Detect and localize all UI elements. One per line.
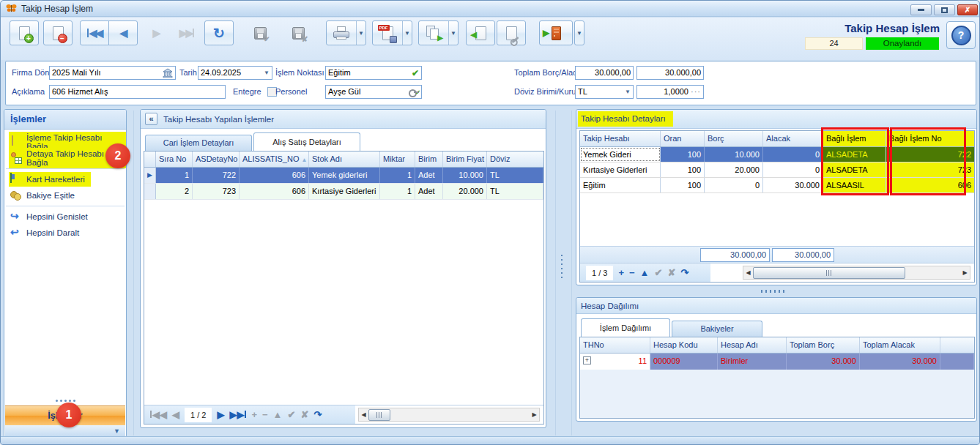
col-miktar[interactable]: Miktar (380, 152, 415, 167)
col-doviz[interactable]: Döviz (487, 152, 543, 167)
personel-field[interactable]: Ayşe Gül ✔ (325, 85, 422, 99)
toplam-borc-field[interactable]: 30.000,00 (575, 66, 634, 80)
tarih-field[interactable]: 24.09.2025 ▼ (198, 66, 272, 80)
copy-dropdown-arrow-icon[interactable]: ▼ (448, 21, 458, 45)
nav-cancel-icon[interactable]: ✘ (300, 410, 308, 419)
nav-refresh-icon[interactable]: ↷ (680, 268, 688, 277)
panel-splitter-line[interactable] (571, 111, 572, 435)
import-button[interactable]: ◀ (466, 20, 495, 45)
col-toplam-alacak[interactable]: Toplam Alacak (860, 337, 940, 353)
panel-splitter-line[interactable] (555, 111, 556, 435)
doviz-birim-select[interactable]: TL ▼ (575, 85, 634, 99)
nav-add-icon[interactable]: + (618, 268, 624, 277)
bank-icon[interactable] (163, 68, 173, 78)
previous-record-button[interactable]: ◀ (108, 20, 138, 45)
col-oran[interactable]: Oran (661, 131, 705, 146)
sidebar-item-hepsini-daralt[interactable]: ↩ Hepsini Daralt (4, 225, 126, 241)
col-alacak[interactable]: Alacak (763, 131, 823, 146)
last-record-button[interactable]: ▶▶ (172, 20, 201, 45)
col-bagli-islem-no[interactable]: Bağlı İşlem No (886, 131, 974, 146)
nav-prev-icon[interactable]: ◀ (172, 410, 179, 419)
first-record-button[interactable]: ◀◀ (80, 20, 109, 45)
tab-cari-islem-detaylari[interactable]: Cari İşlem Detayları (145, 135, 252, 151)
firma-donemi-field[interactable]: 2025 Mali Yılı (49, 66, 176, 80)
nav-cancel-icon[interactable]: ✘ (667, 268, 675, 277)
tarih-dropdown-icon[interactable]: ▼ (264, 67, 270, 79)
nav-edit-icon[interactable]: ▲ (640, 268, 650, 277)
col-bagli-islem[interactable]: Bağlı İşlem (823, 131, 886, 146)
doviz-dropdown-icon[interactable]: ▼ (625, 86, 631, 98)
sidebar-item-kart-hareketleri[interactable]: Kart Hareketleri (4, 171, 126, 187)
nav-delete-icon[interactable]: − (629, 268, 635, 277)
copy-records-button[interactable]: ▶ (419, 21, 448, 45)
sidebar-item-bakiye-esitle[interactable]: Bakiye Eşitle (4, 187, 126, 203)
aciklama-field[interactable]: 606 Hizmet Alış (49, 85, 226, 99)
col-takip-hesabi[interactable]: Takip Hesabı (580, 131, 661, 146)
scroll-left-icon[interactable]: ◀ (359, 411, 368, 418)
table-row[interactable]: 2 723 606 Kırtasiye Giderleri 1 Adet 20.… (144, 184, 543, 200)
detail-row-selected[interactable]: Yemek Gideri 100 10.000 0 ALSADETA 722 (580, 147, 974, 162)
nav-delete-icon[interactable]: − (262, 410, 268, 419)
col-birim[interactable]: Birim (415, 152, 443, 167)
key-icon[interactable]: ✔ (409, 89, 419, 96)
tab-alis-satis-detaylari[interactable]: Alış Satış Detayları (253, 132, 360, 151)
scrollbar-thumb[interactable] (368, 409, 390, 421)
col-sira-no[interactable]: Sıra No (156, 152, 193, 167)
detail-row[interactable]: Kırtasiye Giderleri 100 20.000 0 ALSADET… (580, 162, 974, 178)
horizontal-splitter-handle[interactable] (761, 290, 786, 293)
pdf-dropdown-arrow-icon[interactable]: ▼ (402, 21, 412, 45)
detail-row[interactable]: Eğitim 100 0 30.000 ALSAASIL 606 (580, 178, 974, 193)
col-alissatis-no[interactable]: ALISSATIS_NO▲ (240, 152, 309, 167)
nav-add-icon[interactable]: + (251, 410, 257, 419)
nav-last-icon[interactable]: ▶▶ (229, 410, 246, 419)
col-stok-adi[interactable]: Stok Adı (309, 152, 380, 167)
document-settings-button[interactable] (497, 20, 526, 45)
distribution-row-selected[interactable]: + 11 000009 Birimler 30.000 30.000 (580, 354, 974, 370)
horizontal-scrollbar[interactable]: ◀ ▶ (743, 266, 970, 280)
save-button[interactable]: ✔ (245, 20, 275, 45)
scroll-right-icon[interactable]: ▶ (960, 269, 970, 276)
scroll-left-icon[interactable]: ◀ (743, 269, 753, 276)
print-button[interactable] (327, 21, 356, 45)
help-button[interactable]: ? (946, 21, 976, 49)
print-dropdown-arrow-icon[interactable]: ▼ (356, 21, 365, 45)
maximize-button[interactable] (934, 4, 955, 15)
sidebar-splitter-line[interactable] (133, 111, 134, 435)
nav-commit-icon[interactable]: ✔ (287, 410, 295, 419)
toplam-alacak-field[interactable]: 30.000,00 (636, 66, 704, 80)
scroll-right-icon[interactable]: ▶ (530, 411, 539, 418)
col-hesap-kodu[interactable]: Hesap Kodu (650, 337, 718, 353)
minimize-button[interactable] (910, 4, 932, 15)
new-record-button[interactable]: + (10, 20, 39, 45)
next-record-button[interactable]: ▶ (141, 20, 171, 45)
sidebar-item-hepsini-genislet[interactable]: ↪ Hepsini Genislet (4, 209, 126, 225)
nav-edit-icon[interactable]: ▲ (273, 410, 283, 419)
save-cancel-button[interactable]: ✘ (283, 20, 313, 45)
table-row-selected[interactable]: ▶ 1 722 606 Yemek giderleri 1 Adet 10.00… (144, 168, 543, 184)
islem-noktasi-field[interactable]: Eğitim ✔ (325, 66, 422, 80)
nav-first-icon[interactable]: ◀◀ (150, 410, 167, 419)
nav-commit-icon[interactable]: ✔ (654, 268, 662, 277)
vertical-splitter-handle[interactable] (560, 253, 564, 278)
horizontal-scrollbar[interactable]: ◀ ▶ (358, 408, 540, 422)
expand-plus-icon[interactable]: + (583, 356, 591, 364)
nav-next-icon[interactable]: ▶ (217, 410, 224, 419)
kuru-more-icon[interactable]: ··· (691, 86, 701, 98)
collapse-panel-button[interactable]: « (145, 113, 157, 125)
col-hesap-adi[interactable]: Hesap Adı (718, 337, 787, 353)
exit-button[interactable]: ▶ (539, 20, 573, 45)
col-birim-fiyat[interactable]: Birim Fiyat (443, 152, 487, 167)
col-borc[interactable]: Borç (705, 131, 763, 146)
delete-record-button[interactable]: − (43, 20, 73, 45)
chevron-down-icon[interactable]: ▼ (114, 427, 120, 435)
pdf-export-button[interactable]: PDF (373, 21, 402, 45)
tab-bakiyeler[interactable]: Bakiyeler (672, 321, 762, 337)
col-toplam-borc[interactable]: Toplam Borç (787, 337, 860, 353)
col-thno[interactable]: THNo (580, 337, 650, 353)
refresh-button[interactable]: ↻ (204, 20, 234, 45)
doviz-kuru-field[interactable]: 1,0000 ··· (636, 85, 704, 99)
nav-refresh-icon[interactable]: ↷ (313, 410, 322, 419)
tab-islem-dagilimi[interactable]: İşlem Dağılımı (581, 318, 670, 337)
col-asdetayno[interactable]: ASDetayNo (193, 152, 240, 167)
exit-dropdown-button[interactable]: ▼ (574, 20, 584, 45)
